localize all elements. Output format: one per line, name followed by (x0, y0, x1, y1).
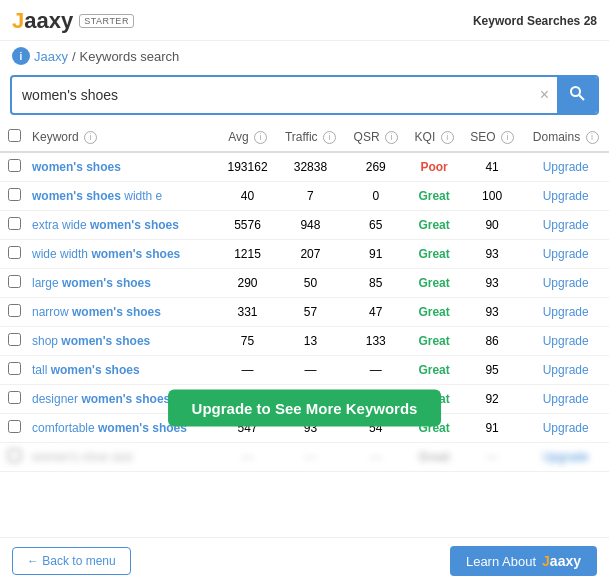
upgrade-link[interactable]: Upgrade (543, 218, 589, 232)
svg-line-1 (579, 95, 584, 100)
keyword-link[interactable]: wide width women's shoes (32, 247, 180, 261)
row-domains: Upgrade (522, 269, 609, 298)
row-kqi: Great (407, 211, 462, 240)
table-header: Keyword i Avg i Traffic i QSR i KQI i SE… (0, 123, 609, 152)
upgrade-link[interactable]: Upgrade (543, 247, 589, 261)
row-checkbox-cell (0, 298, 28, 327)
row-seo: 95 (462, 356, 523, 385)
upgrade-banner[interactable]: Upgrade to See More Keywords (168, 390, 442, 427)
row-checkbox[interactable] (8, 391, 21, 404)
row-checkbox[interactable] (8, 217, 21, 230)
keyword-link[interactable]: shop women's shoes (32, 334, 150, 348)
header: JJaaxyaaxy STARTER Keyword Searches 28 (0, 0, 609, 41)
upgrade-link[interactable]: Upgrade (543, 363, 589, 377)
row-checkbox-cell (0, 182, 28, 211)
row-checkbox[interactable] (8, 246, 21, 259)
keyword-link[interactable]: narrow women's shoes (32, 305, 161, 319)
search-button[interactable] (557, 77, 597, 113)
upgrade-link[interactable]: Upgrade (543, 160, 589, 174)
upgrade-link[interactable]: Upgrade (543, 276, 589, 290)
row-checkbox-cell (0, 443, 28, 472)
search-clear-button[interactable]: × (532, 86, 557, 104)
row-avg: 1215 (219, 240, 275, 269)
row-checkbox[interactable] (8, 304, 21, 317)
keyword-searches-label: Keyword Searches (473, 14, 580, 28)
learn-label: Learn About (466, 554, 536, 569)
row-seo: 41 (462, 152, 523, 182)
keyword-link[interactable]: large women's shoes (32, 276, 151, 290)
row-checkbox-cell (0, 356, 28, 385)
table-row: women's shoes width e 40 7 0 Great 100 U… (0, 182, 609, 211)
row-checkbox[interactable] (8, 333, 21, 346)
table-container: Keyword i Avg i Traffic i QSR i KQI i SE… (0, 123, 609, 513)
row-qsr: — (345, 443, 406, 472)
learn-about-button[interactable]: Learn About Jaaxy (450, 546, 597, 576)
row-checkbox[interactable] (8, 188, 21, 201)
row-traffic: 57 (276, 298, 345, 327)
row-checkbox[interactable] (8, 275, 21, 288)
row-traffic: — (276, 443, 345, 472)
row-checkbox[interactable] (8, 449, 21, 462)
row-kqi: Great (407, 182, 462, 211)
row-domains: Upgrade (522, 385, 609, 414)
row-seo: — (462, 443, 523, 472)
search-input[interactable] (12, 79, 532, 111)
th-traffic: Traffic i (276, 123, 345, 152)
upgrade-link[interactable]: Upgrade (543, 305, 589, 319)
row-qsr: 133 (345, 327, 406, 356)
row-keyword: wide width women's shoes (28, 240, 219, 269)
row-seo: 92 (462, 385, 523, 414)
logo: JJaaxyaaxy (12, 8, 73, 34)
upgrade-link[interactable]: Upgrade (543, 189, 589, 203)
seo-info-icon[interactable]: i (501, 131, 514, 144)
th-checkbox (0, 123, 28, 152)
upgrade-link[interactable]: Upgrade (543, 421, 589, 435)
row-avg: 331 (219, 298, 275, 327)
row-avg: — (219, 443, 275, 472)
table-row: extra wide women's shoes 5576 948 65 Gre… (0, 211, 609, 240)
row-traffic: — (276, 356, 345, 385)
domains-info-icon[interactable]: i (586, 131, 599, 144)
th-keyword: Keyword i (28, 123, 219, 152)
keyword-link[interactable]: extra wide women's shoes (32, 218, 179, 232)
search-bar: × (10, 75, 599, 115)
keyword-link[interactable]: tall women's shoes (32, 363, 140, 377)
row-checkbox[interactable] (8, 159, 21, 172)
keyword-link[interactable]: comfortable women's shoes (32, 421, 187, 435)
table-row: shop women's shoes 75 13 133 Great 86 Up… (0, 327, 609, 356)
keyword-link[interactable]: women's shoes width e (32, 189, 162, 203)
breadcrumb-home-icon: i (12, 47, 30, 65)
upgrade-link[interactable]: Upgrade (543, 392, 589, 406)
row-seo: 93 (462, 298, 523, 327)
footer: ← Back to menu Learn About Jaaxy (0, 537, 609, 584)
row-avg: 290 (219, 269, 275, 298)
keyword-link[interactable]: women's shoe size (32, 450, 133, 464)
row-checkbox[interactable] (8, 420, 21, 433)
qsr-info-icon[interactable]: i (385, 131, 398, 144)
breadcrumb-separator: / (72, 49, 76, 64)
avg-info-icon[interactable]: i (254, 131, 267, 144)
upgrade-link[interactable]: Upgrade (543, 334, 589, 348)
row-keyword: women's shoes (28, 152, 219, 182)
table-row: narrow women's shoes 331 57 47 Great 93 … (0, 298, 609, 327)
keyword-info-icon[interactable]: i (84, 131, 97, 144)
keyword-link[interactable]: women's shoes (32, 160, 121, 174)
back-to-menu-button[interactable]: ← Back to menu (12, 547, 131, 575)
row-avg: 40 (219, 182, 275, 211)
row-checkbox-cell (0, 414, 28, 443)
breadcrumb-home-link[interactable]: Jaaxy (34, 49, 68, 64)
row-checkbox[interactable] (8, 362, 21, 375)
table-row: women's shoe size — — — Great — Upgrade (0, 443, 609, 472)
row-traffic: 50 (276, 269, 345, 298)
row-domains: Upgrade (522, 443, 609, 472)
select-all-checkbox[interactable] (8, 129, 21, 142)
row-keyword: women's shoe size (28, 443, 219, 472)
table-row: tall women's shoes — — — Great 95 Upgrad… (0, 356, 609, 385)
upgrade-link[interactable]: Upgrade (543, 450, 589, 464)
keyword-link[interactable]: designer women's shoes (32, 392, 170, 406)
traffic-info-icon[interactable]: i (323, 131, 336, 144)
kqi-info-icon[interactable]: i (441, 131, 454, 144)
row-keyword: shop women's shoes (28, 327, 219, 356)
row-avg: 5576 (219, 211, 275, 240)
logo-j-letter: J (12, 8, 24, 33)
